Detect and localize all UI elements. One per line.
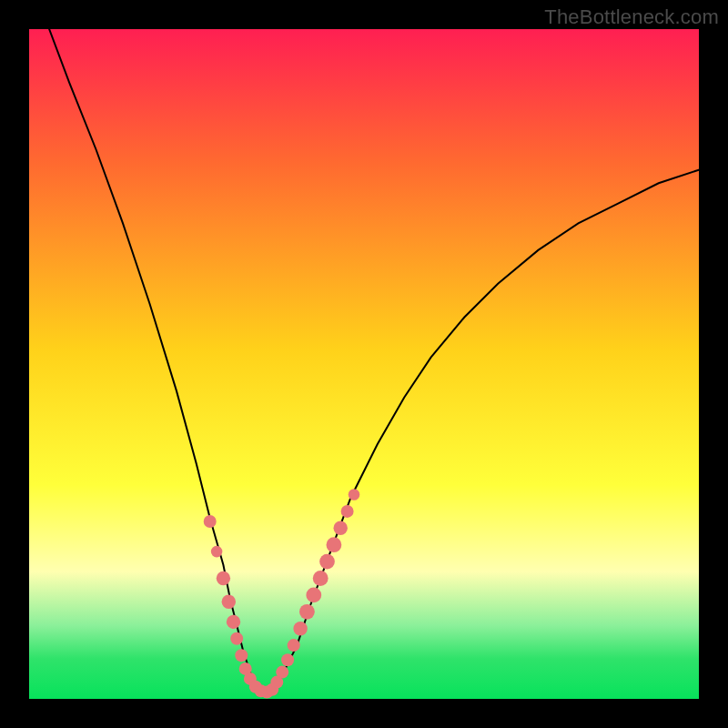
- data-marker: [235, 649, 248, 662]
- data-marker: [319, 554, 335, 570]
- data-marker: [276, 666, 288, 679]
- data-marker: [217, 571, 230, 585]
- data-marker: [211, 546, 223, 558]
- data-marker: [288, 639, 300, 652]
- bottleneck-chart: [29, 29, 699, 699]
- plot-area: [29, 29, 699, 699]
- data-marker: [230, 632, 243, 645]
- chart-frame: TheBottleneck.com: [0, 0, 728, 728]
- data-marker: [313, 571, 329, 586]
- data-marker: [299, 604, 315, 620]
- data-marker: [293, 622, 307, 635]
- watermark-text: TheBottleneck.com: [544, 5, 719, 29]
- gradient-background: [29, 29, 699, 699]
- data-marker: [341, 505, 354, 518]
- data-marker: [306, 588, 321, 603]
- data-marker: [349, 489, 360, 500]
- data-marker: [281, 653, 294, 666]
- data-marker: [222, 595, 236, 609]
- data-marker: [327, 537, 342, 552]
- data-marker: [334, 521, 348, 535]
- data-marker: [204, 515, 217, 528]
- data-marker: [227, 615, 240, 629]
